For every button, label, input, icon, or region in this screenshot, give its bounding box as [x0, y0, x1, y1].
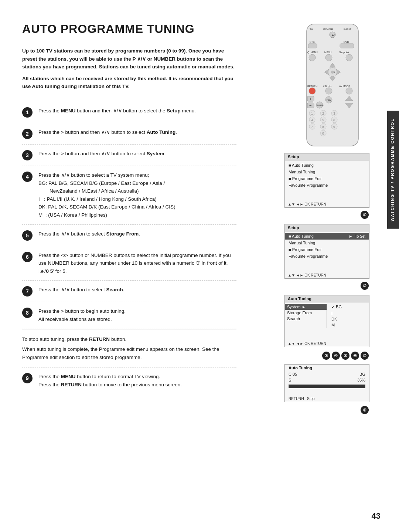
step-content-7: Press the ∧/∨ button to select Search.	[38, 286, 236, 294]
col-i: I	[329, 310, 369, 316]
col-m: M	[329, 322, 369, 328]
svg-point-14	[325, 54, 332, 61]
step-7: 7 Press the ∧/∨ button to select Search.	[22, 281, 236, 302]
page-title: AUTO PROGRAMME TUNING	[22, 22, 236, 36]
screen-3: Auto Tuning System ► Storage From Search…	[284, 295, 369, 347]
badge-2: ②	[361, 282, 369, 290]
side-tab: WATCHING TV / PROGRAMME CONTROL	[387, 111, 399, 229]
badge-6: ⑥	[351, 352, 359, 360]
step-1: 1 Press the MENU button and then ∧/∨ but…	[22, 102, 236, 123]
badge-4: ④	[332, 352, 340, 360]
note-2: When auto tuning is complete, the Progra…	[22, 345, 236, 361]
col-bg: ✓ BG	[329, 304, 369, 310]
right-panel: TV POWER INPUT ⏻ STB DVD Q. MENU MENU Si…	[251, 22, 377, 517]
step-content-1: Press the MENU button and then ∧/∨ butto…	[38, 107, 236, 115]
col-system: System ►	[285, 304, 327, 310]
step-number-4: 4	[22, 172, 33, 182]
screen-1: Setup ■ Auto Tuning Manual Tuning ■ Prog…	[284, 153, 369, 208]
step-number-5: 5	[22, 230, 33, 241]
step-content-5: Press the ∧/∨ button to select Storage F…	[38, 230, 236, 238]
screen-col-left: System ► Storage From Search	[285, 304, 327, 328]
svg-text:TV: TV	[310, 28, 313, 31]
step-content-9: Press the MENU button to return to norma…	[38, 373, 236, 389]
svg-text:FAV: FAV	[327, 99, 331, 101]
screen-1-footer: ▲▼ ◄► OK RETURN	[285, 201, 369, 207]
svg-text:AV MODE: AV MODE	[339, 85, 350, 88]
badge-7: ⑦	[361, 352, 369, 360]
screen-2-footer: ▲▼ ◄► OK RETURN	[285, 272, 369, 278]
screen-4-footer: RETURN Stop	[285, 396, 369, 402]
svg-point-26	[309, 88, 316, 94]
svg-point-54	[331, 117, 337, 123]
svg-rect-8	[308, 44, 317, 48]
screen-3-title: Auto Tuning	[285, 295, 369, 302]
svg-text:DVD: DVD	[344, 41, 349, 43]
step-8: 8 Press the > button to begin auto tunin…	[22, 302, 236, 329]
screen-4-progress	[289, 384, 365, 388]
step-content-6: Press the </> button or NUMBER buttons t…	[38, 251, 236, 275]
intro-section: Up to 100 TV stations can be stored by p…	[22, 47, 236, 91]
step-number-9: 9	[22, 373, 33, 383]
svg-point-50	[320, 110, 326, 116]
page-number: 43	[372, 511, 381, 521]
step-number-3: 3	[22, 150, 33, 160]
note-1: To stop auto tuning, press the RETURN bu…	[22, 335, 236, 343]
screen-3-body: System ► Storage From Search ✓ BG I DK M	[285, 302, 369, 329]
step-2: 2 Press the > button and then ∧/∨ button…	[22, 123, 236, 145]
step-content-4: Press the ∧/∨ button to select a TV syst…	[38, 171, 236, 219]
svg-rect-9	[340, 44, 354, 48]
screen-row-favprog-1: Favourite Programme	[285, 182, 369, 189]
screen-row-progedit-2: ■ Programme Edit	[285, 246, 369, 253]
screen-2-body: ■ Auto Tuning ► To Set Manual Tuning ■ P…	[285, 231, 369, 272]
col-dk: DK	[329, 316, 369, 322]
svg-text:POWER: POWER	[323, 28, 333, 31]
screen-1-body: ■ Auto Tuning Manual Tuning ■ Programme …	[285, 160, 369, 201]
step-4: 4 Press the ∧/∨ button to select a TV sy…	[22, 166, 236, 225]
screen-2: Setup ■ Auto Tuning ► To Set Manual Tuni…	[284, 224, 369, 279]
intro-para2: All stations which can be received are s…	[22, 75, 236, 91]
step-content-8: Press the > button to begin auto tuning.…	[38, 307, 236, 323]
svg-point-57	[331, 123, 337, 129]
screen-2-title: Setup	[285, 224, 369, 231]
svg-text:STB: STB	[310, 41, 315, 43]
remote-container: TV POWER INPUT ⏻ STB DVD Q. MENU MENU Si…	[296, 22, 369, 149]
svg-point-13	[309, 54, 316, 61]
svg-text:+: +	[309, 96, 311, 101]
steps-list-2: 9 Press the MENU button to return to nor…	[22, 367, 236, 394]
step-number-6: 6	[22, 252, 33, 262]
svg-point-53	[320, 117, 326, 123]
svg-point-49	[309, 110, 315, 116]
svg-point-52	[309, 117, 315, 123]
step-9: 9 Press the MENU button to return to nor…	[22, 367, 236, 394]
screen-4-title: Auto Tuning	[285, 365, 369, 371]
svg-point-22	[331, 71, 334, 74]
screen-row-progedit-1: ■ Programme Edit	[285, 175, 369, 182]
screen-4-row1: C 05 BG	[285, 371, 369, 377]
screen-row-autotuning-2: ■ Auto Tuning ► To Set	[285, 233, 369, 240]
svg-text:SimpLink: SimpLink	[339, 51, 349, 54]
svg-point-55	[309, 123, 315, 129]
screen-row-manualtuning-2: Manual Tuning	[285, 240, 369, 246]
screen-3-footer: ▲▼ ◄► OK RETURN	[285, 340, 369, 347]
screen-col-right: ✓ BG I DK M	[327, 304, 369, 328]
step-content-2: Press the > button and then ∧/∨ button t…	[38, 128, 236, 136]
badges-row: ③ ④ ⑤ ⑥ ⑦	[321, 350, 369, 361]
svg-point-58	[320, 130, 326, 136]
step-3: 3 Press the > button and then ∧/∨ button…	[22, 145, 236, 166]
notes-section: To stop auto tuning, press the RETURN bu…	[22, 329, 236, 368]
svg-text:⏻: ⏻	[331, 33, 335, 37]
svg-point-28	[346, 88, 352, 94]
step-number-8: 8	[22, 308, 33, 318]
step-content-3: Press the > button and then ∧/∨ button t…	[38, 150, 236, 158]
screen-4-row2: S 35%	[285, 377, 369, 383]
remote-svg: TV POWER INPUT ⏻ STB DVD Q. MENU MENU Si…	[296, 22, 369, 148]
screen-row-autotuning-1: ■ Auto Tuning	[285, 162, 369, 169]
col-storagefrom: Storage From	[285, 310, 327, 316]
svg-text:MUTE: MUTE	[317, 104, 324, 106]
svg-text:XStudio: XStudio	[323, 85, 331, 88]
svg-text:−: −	[309, 103, 311, 108]
svg-point-15	[346, 54, 352, 61]
screen-row-favprog-2: Favourite Programme	[285, 253, 369, 260]
badge-1: ①	[361, 211, 369, 219]
step-5: 5 Press the ∧/∨ button to select Storage…	[22, 225, 236, 246]
